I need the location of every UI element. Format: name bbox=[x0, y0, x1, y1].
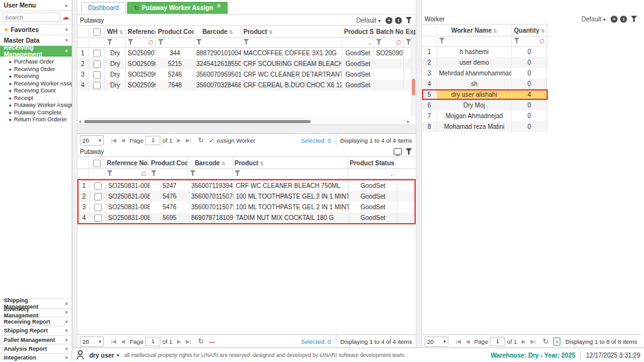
tab-putaway-worker-assign[interactable]: ↻ Putaway Worker Assign × bbox=[127, 2, 228, 14]
selected-count[interactable]: Selected: 0 bbox=[296, 137, 336, 144]
worker-row[interactable]: 6 Dry Moj 0 bbox=[422, 100, 548, 111]
filter-wh[interactable] bbox=[105, 38, 126, 48]
worker-row[interactable]: 1 h hashemi 0 bbox=[422, 47, 548, 57]
select-all-checkbox[interactable] bbox=[89, 157, 105, 169]
filter-product-status[interactable]: ⌄ bbox=[348, 169, 396, 179]
prev-page-button[interactable]: ◀ bbox=[118, 138, 128, 143]
search-input[interactable] bbox=[3, 13, 60, 22]
header-quantity[interactable]: Quantity⇅ bbox=[512, 25, 547, 36]
filter-icon[interactable] bbox=[235, 170, 240, 176]
checkbox-icon[interactable] bbox=[94, 204, 102, 211]
table-row[interactable]: 1 SO250831-008 5247 3560071193942 CRF WC… bbox=[79, 180, 414, 191]
table-row[interactable]: 2 SO250831-008 5476 3560070115075 100 ML… bbox=[79, 191, 414, 202]
next-page-button[interactable]: ▶ bbox=[174, 339, 184, 344]
row-checkbox[interactable] bbox=[89, 58, 105, 69]
filter-icon[interactable] bbox=[107, 39, 113, 45]
page-number-input[interactable] bbox=[490, 337, 505, 346]
filter-icon[interactable] bbox=[158, 39, 164, 45]
page-size-select[interactable]: 20▾ bbox=[80, 135, 104, 146]
header-reference-no[interactable]: Reference No.⇅ bbox=[105, 157, 149, 169]
checkbox-icon[interactable] bbox=[93, 50, 101, 57]
checkbox-icon[interactable] bbox=[93, 71, 101, 79]
clear-filter-icon[interactable]: ∅ bbox=[396, 38, 401, 47]
row-checkbox[interactable] bbox=[90, 212, 106, 223]
header-reference-no[interactable]: Reference No. bbox=[126, 26, 156, 38]
page-number-input[interactable] bbox=[145, 337, 160, 346]
filter-reference-no[interactable]: ∅ bbox=[105, 169, 149, 179]
header-batch-no[interactable]: Batch No.⇅ bbox=[374, 26, 404, 38]
grid-preset-dropdown[interactable]: Default ▾ bbox=[357, 17, 380, 24]
sidebar-item-putaway-worker-assign[interactable]: ★Putaway Worker Assign bbox=[0, 102, 72, 109]
clear-cache-cloud-icon[interactable]: ☁ bbox=[62, 14, 69, 21]
row-checkbox[interactable] bbox=[89, 80, 105, 90]
worker-row-selected[interactable]: 5 dry user alishahi 4 bbox=[422, 89, 548, 100]
filter-product[interactable] bbox=[242, 38, 342, 48]
header-wh[interactable]: WH⇅ bbox=[105, 26, 126, 38]
scroll-left-icon[interactable]: ◀ bbox=[79, 119, 81, 124]
refresh-icon[interactable]: ↻ bbox=[198, 136, 204, 145]
scrollbar-thumb[interactable] bbox=[412, 79, 415, 96]
header-product[interactable]: Product⇅ bbox=[233, 157, 348, 169]
worker-row[interactable]: 3 Mehrdad khanmohammadpour 0 bbox=[422, 68, 548, 79]
filter-barcode[interactable] bbox=[194, 38, 242, 48]
sidebar-item-putaway-complete[interactable]: ★Putaway Complete bbox=[0, 109, 72, 117]
add-preset-icon[interactable]: + bbox=[386, 17, 392, 24]
selected-count[interactable]: Selected: 0 bbox=[296, 338, 336, 345]
worker-splitter[interactable] bbox=[416, 0, 422, 348]
sidebar-item-receiving-worker-assign[interactable]: ★Receiving Worker Assign bbox=[0, 80, 72, 88]
sidebar-section-favorites[interactable]: ★ Favorites » bbox=[0, 25, 72, 35]
checkbox-icon[interactable] bbox=[94, 182, 102, 190]
sidebar-section-analysis-report[interactable]: Analysis Report» bbox=[0, 344, 72, 353]
scroll-right-icon[interactable]: ▶ bbox=[407, 119, 409, 124]
sidebar-section-receiving-management[interactable]: Receiving Management « bbox=[0, 46, 72, 57]
header-barcode[interactable]: Barcode⇅ bbox=[194, 26, 242, 38]
sidebar-section-shipping-report[interactable]: Shipping Report» bbox=[0, 326, 72, 334]
first-page-button[interactable]: |◀ bbox=[453, 339, 463, 344]
info-icon[interactable]: i bbox=[395, 17, 402, 24]
table-row[interactable]: 4 SO250831-008 5695 8690787181096 TADIM … bbox=[79, 212, 414, 223]
header-exp[interactable]: Exp bbox=[404, 26, 416, 38]
header-worker-name[interactable]: Worker Name⇅ bbox=[437, 25, 512, 36]
header-product-code[interactable]: Product Code⇅ bbox=[149, 157, 188, 169]
last-page-button[interactable]: ▶| bbox=[184, 138, 193, 143]
close-tab-icon[interactable]: × bbox=[217, 1, 221, 12]
table-row[interactable]: 3 Dry SO0250903-00 5246 3560070959501 CR… bbox=[77, 69, 416, 80]
row-checkbox[interactable] bbox=[90, 180, 106, 191]
filter-toggle-icon[interactable] bbox=[406, 148, 412, 155]
sidebar-item-receiving[interactable]: ★Receiving bbox=[0, 73, 72, 80]
sidebar-section-receiving-report[interactable]: Receiving Report» bbox=[0, 317, 72, 326]
header-barcode[interactable]: Barcode⇅ bbox=[188, 157, 233, 169]
first-page-button[interactable]: |◀ bbox=[109, 339, 118, 344]
collapse-sidebar-icon[interactable]: « bbox=[65, 3, 68, 9]
filter-product-code[interactable] bbox=[149, 169, 188, 179]
sidebar-section-integeration[interactable]: Integeration» bbox=[0, 353, 72, 362]
filter-toggle-icon[interactable] bbox=[631, 16, 637, 22]
dropdown-icon[interactable]: ⌄ bbox=[367, 38, 372, 48]
checkbox-icon[interactable] bbox=[93, 82, 101, 89]
first-page-button[interactable]: |◀ bbox=[109, 138, 118, 143]
clear-filter-icon[interactable]: ∅ bbox=[539, 36, 545, 46]
row-checkbox[interactable] bbox=[89, 69, 105, 80]
info-icon[interactable]: i bbox=[620, 16, 627, 23]
vertical-scrollbar[interactable] bbox=[411, 38, 416, 116]
filter-barcode[interactable] bbox=[188, 169, 233, 179]
monitor-icon[interactable] bbox=[394, 148, 402, 155]
prev-page-button[interactable]: ◀ bbox=[463, 339, 472, 344]
sidebar-item-receiving-order[interactable]: ★Receiving Order bbox=[0, 66, 72, 74]
filter-product-code[interactable] bbox=[156, 38, 194, 48]
remove-icon[interactable]: — bbox=[209, 338, 215, 345]
header-product-status[interactable]: Product Status bbox=[342, 26, 374, 38]
checkbox-icon[interactable] bbox=[93, 60, 101, 68]
row-checkbox[interactable] bbox=[90, 191, 106, 202]
table-row[interactable]: 4 Dry SO0250903-00 7648 3560070328468 CR… bbox=[77, 80, 416, 90]
filter-icon[interactable] bbox=[151, 170, 157, 176]
filter-icon[interactable] bbox=[107, 170, 113, 176]
checkbox-icon[interactable] bbox=[94, 193, 102, 200]
sidebar-section-pallet-management[interactable]: Pallet Management» bbox=[0, 335, 72, 344]
last-page-button[interactable]: ▶| bbox=[528, 339, 538, 344]
worker-row[interactable]: 4 sh 0 bbox=[422, 79, 548, 89]
table-row[interactable]: 2 Dry SO0250903-00 5215 3245412618550 CR… bbox=[77, 58, 416, 69]
sidebar-item-return-from-orderer[interactable]: ★Return From Orderer bbox=[0, 116, 72, 124]
filter-icon[interactable] bbox=[196, 39, 202, 45]
filter-reference-no[interactable]: ∅ bbox=[126, 38, 156, 48]
